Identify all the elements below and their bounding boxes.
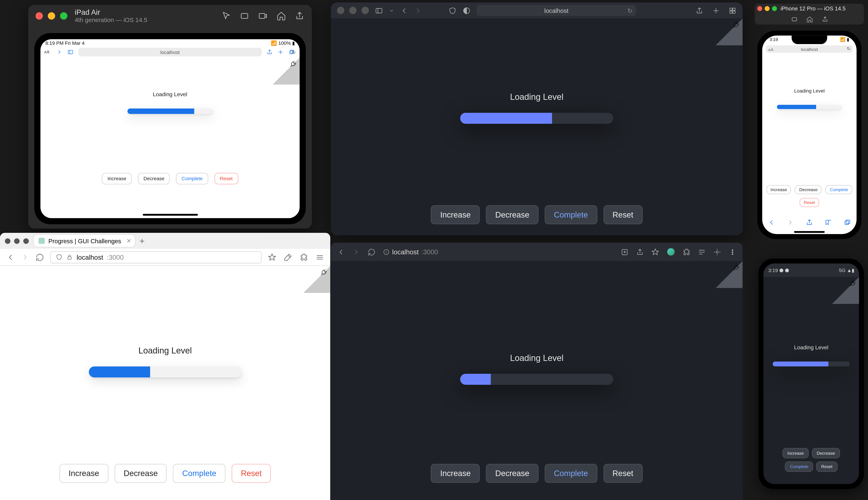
- forward-icon[interactable]: [787, 219, 794, 226]
- share-icon[interactable]: [695, 7, 704, 14]
- reload-icon[interactable]: ↻: [627, 7, 632, 14]
- sidebar-icon[interactable]: [375, 7, 383, 14]
- minimize-icon[interactable]: [14, 238, 20, 243]
- minimize-icon[interactable]: [765, 6, 769, 11]
- home-indicator[interactable]: [794, 231, 825, 233]
- increase-button[interactable]: Increase: [431, 464, 480, 483]
- install-icon[interactable]: [621, 248, 629, 256]
- shield-icon[interactable]: [56, 254, 62, 260]
- forward-icon[interactable]: [21, 253, 29, 261]
- back-icon[interactable]: [337, 248, 345, 256]
- zoom-icon[interactable]: [772, 6, 777, 11]
- assistant-icon[interactable]: [713, 248, 721, 256]
- complete-button[interactable]: Complete: [176, 173, 208, 184]
- reset-button[interactable]: Reset: [214, 173, 238, 184]
- browser-tab[interactable]: Progress | GUI Challenges ×: [34, 235, 135, 247]
- site-info-icon[interactable]: [383, 248, 390, 255]
- decrease-button[interactable]: Decrease: [138, 173, 170, 184]
- increase-button[interactable]: Increase: [783, 448, 809, 458]
- reset-button[interactable]: Reset: [231, 464, 271, 483]
- increase-button[interactable]: Increase: [431, 205, 480, 224]
- reload-icon[interactable]: [368, 248, 376, 256]
- safari-url-field[interactable]: localhost ↻: [477, 5, 636, 16]
- close-icon[interactable]: [5, 238, 10, 243]
- screenshot-icon[interactable]: [240, 11, 249, 21]
- reload-icon[interactable]: [36, 253, 44, 261]
- minimize-icon[interactable]: [48, 12, 55, 20]
- increase-button[interactable]: Increase: [766, 185, 791, 194]
- back-icon[interactable]: [768, 219, 775, 226]
- decrease-button[interactable]: Decrease: [114, 464, 167, 483]
- reading-list-icon[interactable]: [698, 248, 706, 256]
- decrease-button[interactable]: Decrease: [486, 205, 538, 224]
- share-icon[interactable]: [806, 219, 813, 226]
- extension-icon[interactable]: [300, 253, 308, 261]
- new-tab-icon[interactable]: [712, 7, 720, 14]
- new-tab-icon[interactable]: [277, 49, 284, 55]
- pointer-icon[interactable]: [221, 11, 231, 21]
- shield-icon[interactable]: [448, 7, 457, 14]
- home-indicator[interactable]: [142, 214, 198, 216]
- decrease-button[interactable]: Decrease: [795, 185, 822, 194]
- zoom-icon[interactable]: [362, 7, 369, 14]
- record-icon[interactable]: [258, 11, 268, 21]
- menu-icon[interactable]: [728, 248, 736, 256]
- close-icon[interactable]: [337, 7, 344, 14]
- back-icon[interactable]: [400, 7, 408, 14]
- appearance-icon[interactable]: [462, 7, 471, 14]
- zoom-icon[interactable]: [23, 238, 29, 243]
- reset-button[interactable]: Reset: [603, 205, 642, 224]
- increase-button[interactable]: Increase: [59, 464, 108, 483]
- svg-rect-2: [68, 50, 73, 54]
- share-icon[interactable]: [821, 16, 828, 22]
- forward-icon[interactable]: [352, 248, 360, 256]
- share-icon[interactable]: [266, 49, 273, 55]
- close-icon[interactable]: [757, 6, 762, 11]
- increase-button[interactable]: Increase: [102, 173, 132, 184]
- chrome-url-field[interactable]: localhost:3000: [383, 248, 438, 255]
- forward-icon[interactable]: [56, 49, 62, 55]
- reader-icon[interactable]: ᴀA: [768, 47, 773, 51]
- decrease-button[interactable]: Decrease: [812, 448, 840, 458]
- bookmark-icon[interactable]: [268, 253, 276, 261]
- ipad-url-field[interactable]: ᴀA localhost ↻: [79, 48, 262, 56]
- reset-button[interactable]: Reset: [816, 462, 837, 472]
- chevron-down-icon[interactable]: [389, 7, 394, 14]
- tabs-icon[interactable]: [728, 7, 736, 14]
- complete-button[interactable]: Complete: [173, 464, 226, 483]
- share-icon[interactable]: [295, 11, 305, 21]
- reset-button[interactable]: Reset: [799, 198, 819, 207]
- complete-button[interactable]: Complete: [545, 464, 597, 483]
- reload-icon[interactable]: ↻: [847, 46, 850, 52]
- eyedropper-icon[interactable]: [284, 253, 292, 261]
- forward-icon[interactable]: [414, 7, 422, 14]
- tabs-icon[interactable]: [844, 219, 851, 226]
- lock-icon[interactable]: [66, 254, 73, 260]
- reader-icon[interactable]: ᴀA: [44, 50, 49, 55]
- firefox-url-field[interactable]: localhost:3000: [50, 251, 262, 263]
- bookmarks-icon[interactable]: [825, 219, 832, 226]
- close-tab-icon[interactable]: ×: [127, 237, 131, 245]
- reload-icon[interactable]: ↻: [292, 49, 296, 55]
- share-icon[interactable]: [636, 248, 644, 256]
- decrease-button[interactable]: Decrease: [486, 464, 538, 483]
- bookmark-icon[interactable]: [651, 248, 659, 256]
- close-icon[interactable]: [36, 12, 43, 20]
- zoom-icon[interactable]: [60, 12, 67, 20]
- complete-button[interactable]: Complete: [545, 205, 597, 224]
- home-icon[interactable]: [276, 11, 286, 21]
- screenshot-icon[interactable]: [791, 16, 798, 22]
- iphone-url-field[interactable]: ᴀA localhost ↻: [766, 45, 853, 53]
- complete-button[interactable]: Complete: [785, 462, 813, 472]
- reset-button[interactable]: Reset: [603, 464, 642, 483]
- minimize-icon[interactable]: [349, 7, 357, 14]
- iphone-device-frame: 3:19 📶 ▮ ᴀA localhost ↻ Loading Level In…: [757, 31, 861, 239]
- complete-button[interactable]: Complete: [826, 185, 853, 194]
- new-tab-button[interactable]: +: [140, 236, 145, 246]
- menu-icon[interactable]: [316, 253, 324, 261]
- profile-avatar[interactable]: [667, 248, 675, 256]
- extensions-icon[interactable]: [683, 248, 690, 256]
- sidebar-icon[interactable]: [67, 49, 73, 55]
- home-icon[interactable]: [806, 16, 813, 22]
- back-icon[interactable]: [6, 253, 14, 261]
